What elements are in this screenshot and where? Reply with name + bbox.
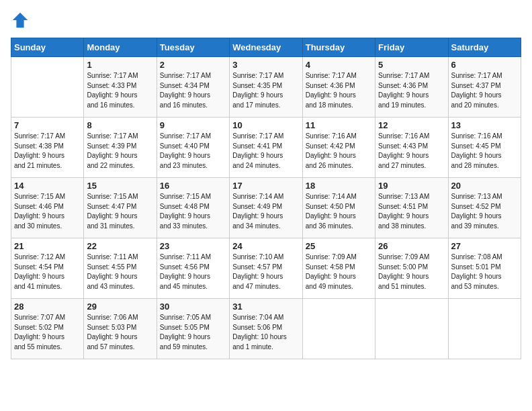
day-number: 3 [232,60,299,70]
calendar-table: SundayMondayTuesdayWednesdayThursdayFrid… [11,38,521,359]
day-info: Sunrise: 7:09 AM Sunset: 4:58 PM Dayligh… [306,253,372,291]
day-number: 23 [160,241,226,251]
calendar-cell: 29Sunrise: 7:06 AM Sunset: 5:03 PM Dayli… [84,299,157,359]
calendar-cell: 17Sunrise: 7:14 AM Sunset: 4:49 PM Dayli… [230,178,302,238]
calendar-cell: 7Sunrise: 7:17 AM Sunset: 4:38 PM Daylig… [11,118,84,178]
day-number: 27 [451,241,518,251]
calendar-cell: 24Sunrise: 7:10 AM Sunset: 4:57 PM Dayli… [230,238,302,299]
day-info: Sunrise: 7:13 AM Sunset: 4:51 PM Dayligh… [378,192,445,231]
day-number: 22 [87,241,153,251]
day-info: Sunrise: 7:17 AM Sunset: 4:39 PM Dayligh… [87,132,153,171]
calendar-cell: 19Sunrise: 7:13 AM Sunset: 4:51 PM Dayli… [375,178,448,238]
day-number: 15 [87,181,153,191]
calendar-cell [11,57,84,118]
calendar-cell: 4Sunrise: 7:17 AM Sunset: 4:36 PM Daylig… [302,57,375,118]
day-header-monday: Monday [84,38,157,57]
day-number: 30 [160,302,226,312]
day-number: 19 [378,181,445,191]
day-info: Sunrise: 7:10 AM Sunset: 4:57 PM Dayligh… [232,253,299,291]
day-info: Sunrise: 7:14 AM Sunset: 4:50 PM Dayligh… [306,192,372,231]
day-number: 7 [14,120,81,130]
calendar-cell: 5Sunrise: 7:17 AM Sunset: 4:36 PM Daylig… [375,57,448,118]
calendar-cell: 26Sunrise: 7:09 AM Sunset: 5:00 PM Dayli… [375,238,448,299]
day-info: Sunrise: 7:17 AM Sunset: 4:36 PM Dayligh… [306,71,372,110]
day-number: 20 [451,181,518,191]
calendar-cell: 1Sunrise: 7:17 AM Sunset: 4:33 PM Daylig… [84,57,157,118]
week-row-3: 14Sunrise: 7:15 AM Sunset: 4:46 PM Dayli… [11,178,521,238]
day-info: Sunrise: 7:16 AM Sunset: 4:43 PM Dayligh… [378,132,445,171]
calendar-cell: 31Sunrise: 7:04 AM Sunset: 5:06 PM Dayli… [230,299,302,359]
day-number: 24 [232,241,299,251]
day-header-wednesday: Wednesday [230,38,302,57]
day-number: 12 [378,120,445,130]
day-number: 4 [306,60,372,70]
day-number: 9 [160,120,226,130]
calendar-cell: 23Sunrise: 7:11 AM Sunset: 4:56 PM Dayli… [157,238,229,299]
calendar-cell: 16Sunrise: 7:15 AM Sunset: 4:48 PM Dayli… [157,178,229,238]
day-number: 18 [306,181,372,191]
day-info: Sunrise: 7:17 AM Sunset: 4:36 PM Dayligh… [378,71,445,110]
calendar-cell: 10Sunrise: 7:17 AM Sunset: 4:41 PM Dayli… [230,118,302,178]
calendar-cell: 8Sunrise: 7:17 AM Sunset: 4:39 PM Daylig… [84,118,157,178]
day-info: Sunrise: 7:08 AM Sunset: 5:01 PM Dayligh… [451,253,518,291]
day-info: Sunrise: 7:17 AM Sunset: 4:41 PM Dayligh… [232,132,299,171]
calendar-cell: 14Sunrise: 7:15 AM Sunset: 4:46 PM Dayli… [11,178,84,238]
day-number: 1 [87,60,153,70]
day-info: Sunrise: 7:04 AM Sunset: 5:06 PM Dayligh… [232,313,299,352]
day-number: 8 [87,120,153,130]
day-info: Sunrise: 7:17 AM Sunset: 4:38 PM Dayligh… [14,132,81,171]
day-info: Sunrise: 7:16 AM Sunset: 4:45 PM Dayligh… [451,132,518,171]
day-info: Sunrise: 7:15 AM Sunset: 4:48 PM Dayligh… [160,192,226,231]
day-number: 26 [378,241,445,251]
day-number: 11 [306,120,372,130]
day-number: 17 [232,181,299,191]
day-info: Sunrise: 7:13 AM Sunset: 4:52 PM Dayligh… [451,192,518,231]
calendar-cell: 30Sunrise: 7:05 AM Sunset: 5:05 PM Dayli… [157,299,229,359]
day-number: 13 [451,120,518,130]
calendar-cell: 18Sunrise: 7:14 AM Sunset: 4:50 PM Dayli… [302,178,375,238]
calendar-cell: 2Sunrise: 7:17 AM Sunset: 4:34 PM Daylig… [157,57,229,118]
calendar-cell: 20Sunrise: 7:13 AM Sunset: 4:52 PM Dayli… [448,178,521,238]
day-number: 10 [232,120,299,130]
calendar-cell: 15Sunrise: 7:15 AM Sunset: 4:47 PM Dayli… [84,178,157,238]
day-number: 16 [160,181,226,191]
day-number: 14 [14,181,81,191]
day-info: Sunrise: 7:11 AM Sunset: 4:56 PM Dayligh… [160,253,226,291]
day-info: Sunrise: 7:12 AM Sunset: 4:54 PM Dayligh… [14,253,81,291]
week-row-5: 28Sunrise: 7:07 AM Sunset: 5:02 PM Dayli… [11,299,521,359]
day-info: Sunrise: 7:17 AM Sunset: 4:35 PM Dayligh… [232,71,299,110]
day-number: 25 [306,241,372,251]
day-number: 21 [14,241,81,251]
calendar-cell: 13Sunrise: 7:16 AM Sunset: 4:45 PM Dayli… [448,118,521,178]
day-info: Sunrise: 7:17 AM Sunset: 4:33 PM Dayligh… [87,71,153,110]
calendar-cell [448,299,521,359]
day-header-sunday: Sunday [11,38,84,57]
day-info: Sunrise: 7:15 AM Sunset: 4:46 PM Dayligh… [14,192,81,231]
calendar-cell [375,299,448,359]
calendar-cell: 12Sunrise: 7:16 AM Sunset: 4:43 PM Dayli… [375,118,448,178]
svg-marker-0 [13,13,28,28]
day-info: Sunrise: 7:09 AM Sunset: 5:00 PM Dayligh… [378,253,445,291]
day-info: Sunrise: 7:15 AM Sunset: 4:47 PM Dayligh… [87,192,153,231]
day-info: Sunrise: 7:06 AM Sunset: 5:03 PM Dayligh… [87,313,153,352]
day-info: Sunrise: 7:14 AM Sunset: 4:49 PM Dayligh… [232,192,299,231]
calendar-cell: 25Sunrise: 7:09 AM Sunset: 4:58 PM Dayli… [302,238,375,299]
logo [11,11,32,30]
days-header-row: SundayMondayTuesdayWednesdayThursdayFrid… [11,38,521,57]
day-header-friday: Friday [375,38,448,57]
day-header-saturday: Saturday [448,38,521,57]
calendar-cell [302,299,375,359]
day-number: 28 [14,302,81,312]
day-info: Sunrise: 7:16 AM Sunset: 4:42 PM Dayligh… [306,132,372,171]
day-info: Sunrise: 7:17 AM Sunset: 4:40 PM Dayligh… [160,132,226,171]
week-row-4: 21Sunrise: 7:12 AM Sunset: 4:54 PM Dayli… [11,238,521,299]
day-number: 2 [160,60,226,70]
calendar-cell: 28Sunrise: 7:07 AM Sunset: 5:02 PM Dayli… [11,299,84,359]
calendar-cell: 3Sunrise: 7:17 AM Sunset: 4:35 PM Daylig… [230,57,302,118]
calendar-cell: 21Sunrise: 7:12 AM Sunset: 4:54 PM Dayli… [11,238,84,299]
day-number: 5 [378,60,445,70]
day-info: Sunrise: 7:11 AM Sunset: 4:55 PM Dayligh… [87,253,153,291]
day-info: Sunrise: 7:17 AM Sunset: 4:34 PM Dayligh… [160,71,226,110]
day-info: Sunrise: 7:07 AM Sunset: 5:02 PM Dayligh… [14,313,81,352]
calendar-cell: 27Sunrise: 7:08 AM Sunset: 5:01 PM Dayli… [448,238,521,299]
